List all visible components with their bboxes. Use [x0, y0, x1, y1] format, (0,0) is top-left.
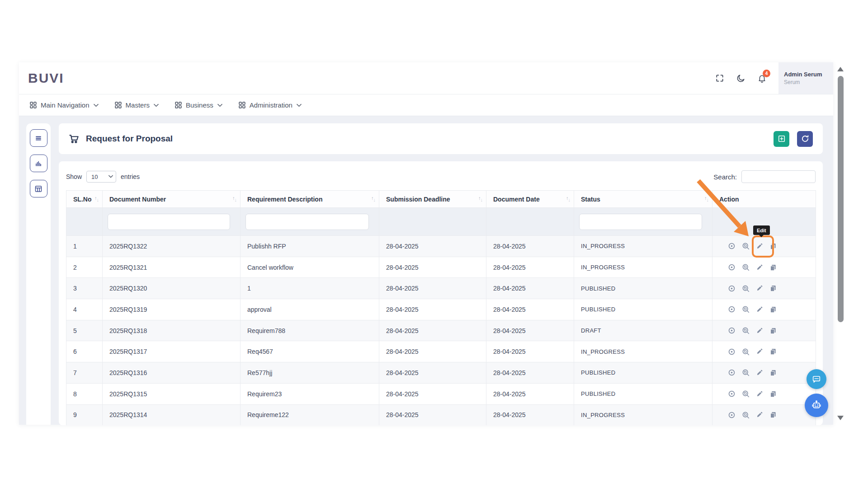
view-icon[interactable]	[728, 348, 736, 356]
zoom-details-icon[interactable]	[742, 285, 750, 292]
edit-icon[interactable]	[756, 411, 763, 418]
nav-item-administration[interactable]: Administration	[239, 101, 302, 109]
scrollbar-up-arrow[interactable]	[837, 67, 844, 71]
cell-action	[712, 236, 816, 257]
chat-button[interactable]	[807, 369, 826, 389]
cell-document-number: 2025RQ1316	[103, 362, 241, 384]
copy-icon[interactable]	[769, 285, 777, 292]
bot-button[interactable]	[805, 394, 828, 417]
cell-status: DRAFT	[574, 320, 712, 341]
page-title-card: Request for Proposal	[59, 123, 823, 154]
edit-icon[interactable]	[756, 285, 763, 292]
table-row: 2 2025RQ1321 Cancel workflow 28-04-2025 …	[66, 257, 816, 278]
chevron-down-icon	[94, 103, 99, 107]
copy-icon[interactable]	[769, 306, 777, 313]
column-header-status[interactable]: Status↑↓	[574, 191, 712, 208]
cell-requirement-description: approval	[241, 299, 379, 320]
copy-icon[interactable]	[769, 348, 777, 355]
dark-mode-icon[interactable]	[736, 74, 745, 83]
cell-sl-no: 9	[66, 404, 103, 425]
view-icon[interactable]	[728, 305, 736, 313]
add-button[interactable]	[774, 131, 789, 147]
cell-submission-deadline: 28-04-2025	[379, 404, 486, 425]
cell-document-date: 28-04-2025	[486, 362, 574, 384]
page-size-select[interactable]: 10	[86, 171, 116, 183]
cell-requirement-description: Requirem23	[241, 383, 379, 404]
column-header-document-number[interactable]: Document Number↑↓	[103, 191, 241, 208]
view-icon[interactable]	[728, 285, 736, 292]
main-nav: Main Navigation Masters Business Adminis…	[19, 94, 833, 116]
table-row: 9 2025RQ1314 Requireme122 28-04-2025 28-…	[66, 404, 816, 425]
refresh-button[interactable]	[797, 131, 813, 147]
view-icon[interactable]	[728, 411, 736, 419]
cell-sl-no: 7	[66, 362, 103, 384]
edit-icon[interactable]	[756, 243, 763, 250]
cell-action	[712, 404, 816, 425]
edit-icon[interactable]	[756, 306, 763, 313]
copy-icon[interactable]	[769, 369, 777, 376]
view-icon[interactable]	[728, 327, 736, 334]
edit-icon[interactable]	[756, 390, 763, 398]
rfp-table: SL.No↑↓ Document Number↑↓ Requirement De…	[66, 190, 816, 425]
status-filter-input[interactable]	[579, 214, 702, 230]
copy-icon[interactable]	[769, 327, 777, 334]
page-title: Request for Proposal	[86, 134, 173, 144]
cell-document-number: 2025RQ1314	[103, 404, 241, 425]
view-icon[interactable]	[728, 242, 736, 250]
nav-item-business[interactable]: Business	[175, 101, 222, 109]
copy-icon[interactable]	[769, 264, 777, 271]
edit-icon[interactable]	[756, 264, 763, 271]
menu-toggle-button[interactable]	[30, 129, 47, 147]
cell-sl-no: 4	[66, 299, 103, 320]
scrollbar-thumb[interactable]	[838, 76, 844, 322]
document-number-filter-input[interactable]	[108, 214, 230, 230]
chart-panel-button[interactable]	[30, 155, 47, 172]
cell-document-date: 28-04-2025	[486, 278, 574, 299]
column-header-document-date[interactable]: Document Date↑↓	[486, 191, 574, 208]
grid-icon	[30, 102, 37, 108]
plus-square-icon	[777, 134, 786, 143]
zoom-details-icon[interactable]	[742, 411, 750, 419]
zoom-details-icon[interactable]	[742, 327, 750, 334]
requirement-description-filter-input[interactable]	[245, 214, 369, 230]
view-icon[interactable]	[728, 263, 736, 271]
copy-icon[interactable]	[769, 390, 777, 398]
fullscreen-icon[interactable]	[715, 74, 724, 83]
view-icon[interactable]	[728, 369, 736, 376]
table-row: 4 2025RQ1319 approval 28-04-2025 28-04-2…	[66, 299, 816, 320]
view-icon[interactable]	[728, 390, 736, 398]
cell-document-date: 28-04-2025	[486, 404, 574, 425]
zoom-details-icon[interactable]	[742, 305, 750, 313]
sort-icon: ↑↓	[232, 197, 236, 202]
app-header: BUVI 4	[19, 62, 833, 94]
edit-icon[interactable]	[756, 327, 763, 334]
column-header-requirement-description[interactable]: Requirement Description↑↓	[241, 191, 379, 208]
cell-submission-deadline: 28-04-2025	[379, 341, 486, 362]
copy-icon[interactable]	[769, 243, 777, 250]
cell-sl-no: 2	[66, 257, 103, 278]
column-header-submission-deadline[interactable]: Submission Deadline↑↓	[379, 191, 486, 208]
nav-item-masters[interactable]: Masters	[115, 101, 159, 109]
edit-icon[interactable]	[756, 348, 763, 355]
zoom-details-icon[interactable]	[742, 242, 750, 250]
entries-label: entries	[121, 173, 140, 180]
column-header-sl-no[interactable]: SL.No↑↓	[66, 191, 103, 208]
user-menu[interactable]: Admin Serum Serum	[778, 62, 833, 94]
copy-icon[interactable]	[769, 411, 777, 418]
zoom-details-icon[interactable]	[742, 263, 750, 271]
table-panel-button[interactable]	[30, 180, 47, 197]
zoom-details-icon[interactable]	[742, 348, 750, 356]
cell-requirement-description: Cancel workflow	[241, 257, 379, 278]
nav-item-main-navigation[interactable]: Main Navigation	[30, 101, 99, 109]
zoom-details-icon[interactable]	[742, 390, 750, 398]
cell-sl-no: 6	[66, 341, 103, 362]
edit-icon[interactable]	[756, 369, 763, 376]
cell-action	[712, 320, 816, 341]
table-card: Show 10 entries Search:	[59, 161, 823, 425]
cell-action	[712, 362, 816, 384]
zoom-details-icon[interactable]	[742, 369, 750, 376]
notifications-button[interactable]: 4	[757, 74, 767, 83]
scrollbar-down-arrow[interactable]	[837, 416, 844, 420]
search-input[interactable]	[741, 170, 816, 183]
table-row: 8 2025RQ1315 Requirem23 28-04-2025 28-04…	[66, 383, 816, 404]
